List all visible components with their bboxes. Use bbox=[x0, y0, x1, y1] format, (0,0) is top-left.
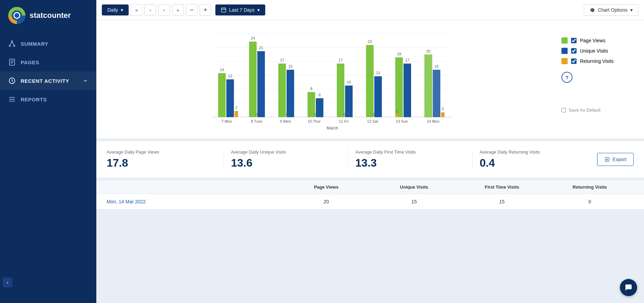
calendar-icon bbox=[221, 7, 226, 13]
nav-next-button[interactable]: › bbox=[158, 4, 170, 16]
sidebar: statcounter SUMMARY PAGES RECENT ACTIVIT… bbox=[0, 0, 96, 303]
legend-color-returning-visits bbox=[561, 58, 568, 64]
svg-line-7 bbox=[12, 42, 14, 45]
bar-rv-0 bbox=[235, 111, 238, 117]
main-content: Daily ▾ « ‹ › » − + Last 7 Days bbox=[96, 0, 644, 303]
svg-text:17: 17 bbox=[339, 58, 343, 62]
legend-checkbox-returning-visits[interactable] bbox=[571, 58, 577, 64]
sidebar-collapse-button[interactable]: ‹ bbox=[3, 278, 12, 287]
table-header-page-views: Page Views bbox=[282, 184, 370, 190]
bar-uv-3 bbox=[316, 98, 323, 117]
nav-last-button[interactable]: » bbox=[172, 4, 184, 16]
svg-text:11 Fri: 11 Fri bbox=[339, 119, 348, 123]
stat-unique-visits: Average Daily Unique Visits 13.6 bbox=[224, 149, 348, 169]
zoom-in-button[interactable]: + bbox=[200, 4, 211, 16]
svg-text:0: 0 bbox=[442, 107, 444, 111]
svg-text:0: 0 bbox=[286, 112, 288, 116]
chat-bubble-button[interactable] bbox=[620, 279, 637, 296]
bar-uv-7 bbox=[433, 70, 440, 117]
chart-svg-wrapper: 14 12 2 7 Mon 24 21 0 8 Tues bbox=[103, 27, 555, 135]
svg-text:0: 0 bbox=[256, 112, 258, 116]
bar-pv-1 bbox=[249, 42, 257, 117]
save-default-checkbox[interactable] bbox=[561, 108, 566, 112]
sidebar-navigation: SUMMARY PAGES RECENT ACTIVITY REPORTS bbox=[0, 34, 96, 109]
date-range-button[interactable]: Last 7 Days ▾ bbox=[215, 4, 265, 15]
legend-label-page-views: Page Views bbox=[580, 38, 605, 43]
svg-line-6 bbox=[10, 42, 12, 45]
stat-page-views: Average Daily Page Views 17.8 bbox=[107, 149, 224, 169]
stat-unique-visits-value: 13.6 bbox=[231, 157, 341, 169]
table-cell-unique-visits: 15 bbox=[370, 199, 458, 204]
nav-first-button[interactable]: « bbox=[131, 4, 142, 16]
svg-text:10: 10 bbox=[347, 80, 351, 84]
legend-item-returning-visits: Returning Visits bbox=[561, 58, 637, 64]
period-label: Daily bbox=[107, 7, 118, 13]
svg-text:0: 0 bbox=[343, 112, 345, 116]
svg-text:0: 0 bbox=[373, 112, 375, 116]
svg-text:0: 0 bbox=[314, 112, 316, 116]
sidebar-item-label-reports: REPORTS bbox=[21, 97, 47, 102]
svg-text:12 Sat: 12 Sat bbox=[367, 119, 378, 123]
svg-text:15: 15 bbox=[288, 64, 292, 68]
list-icon bbox=[8, 96, 16, 103]
sidebar-item-label-pages: PAGES bbox=[21, 59, 39, 65]
logo-text: statcounter bbox=[30, 11, 71, 20]
nav-prev-button[interactable]: ‹ bbox=[144, 4, 156, 16]
svg-text:17: 17 bbox=[280, 58, 284, 62]
table-cell-returning: 0 bbox=[546, 199, 634, 204]
chart-toolbar: Daily ▾ « ‹ › » − + Last 7 Days bbox=[96, 0, 644, 20]
svg-text:March: March bbox=[326, 126, 338, 131]
bar-pv-0 bbox=[218, 73, 226, 117]
nodes-icon bbox=[8, 40, 16, 47]
chart-area: 14 12 2 7 Mon 24 21 0 8 Tues bbox=[103, 27, 555, 135]
help-icon[interactable]: ? bbox=[561, 72, 572, 83]
bar-uv-2 bbox=[287, 70, 294, 117]
save-default-area: Save As Default bbox=[561, 108, 637, 120]
stat-first-time-visits: Average Daily First Time Visits 13.3 bbox=[348, 149, 473, 169]
save-default-label: Save As Default bbox=[569, 108, 601, 113]
period-selector[interactable]: Daily ▾ bbox=[102, 4, 129, 15]
svg-point-4 bbox=[9, 45, 11, 47]
svg-point-5 bbox=[14, 45, 15, 47]
zoom-out-button[interactable]: − bbox=[186, 4, 197, 16]
bar-chart-svg: 14 12 2 7 Mon 24 21 0 8 Tues bbox=[103, 27, 555, 134]
svg-text:7 Mon: 7 Mon bbox=[222, 119, 232, 123]
chart-options-label: Chart Options bbox=[598, 7, 627, 13]
export-button[interactable]: Export bbox=[597, 153, 634, 166]
stat-returning-value: 0.4 bbox=[480, 157, 590, 169]
stat-returning-visits: Average Daily Returning Visits 0.4 bbox=[473, 149, 597, 169]
sidebar-item-reports[interactable]: REPORTS bbox=[0, 90, 96, 109]
svg-text:8: 8 bbox=[310, 87, 312, 91]
table-header-first-time: First Time Visits bbox=[458, 184, 546, 190]
bar-pv-2 bbox=[278, 64, 286, 117]
stat-first-time-label: Average Daily First Time Visits bbox=[355, 149, 465, 155]
svg-text:13: 13 bbox=[376, 71, 380, 75]
main-panel: Daily ▾ « ‹ › » − + Last 7 Days bbox=[96, 0, 644, 210]
stat-page-views-value: 17.8 bbox=[107, 157, 217, 169]
svg-text:13 Sun: 13 Sun bbox=[396, 119, 408, 123]
sidebar-item-recent-activity[interactable]: RECENT ACTIVITY bbox=[0, 71, 96, 90]
table-header-unique-visits: Unique Visits bbox=[370, 184, 458, 190]
svg-text:6: 6 bbox=[319, 93, 321, 97]
table-header-returning: Returning Visits bbox=[546, 184, 634, 190]
svg-point-2 bbox=[14, 13, 19, 18]
bar-rv-7 bbox=[441, 112, 444, 117]
legend-checkbox-page-views[interactable] bbox=[571, 38, 577, 43]
chart-container: Daily ▾ « ‹ › » − + Last 7 Days bbox=[96, 0, 644, 138]
stat-returning-label: Average Daily Returning Visits bbox=[480, 149, 590, 155]
legend-item-page-views: Page Views bbox=[561, 37, 637, 44]
legend-color-page-views bbox=[561, 37, 568, 44]
table-row: Mon, 14 Mar 2022 20 15 15 0 bbox=[96, 194, 644, 210]
stats-bar: Average Daily Page Views 17.8 Average Da… bbox=[96, 141, 644, 178]
legend-checkbox-unique-visits[interactable] bbox=[571, 48, 577, 54]
legend-label-unique-visits: Unique Visits bbox=[580, 48, 608, 54]
bar-rv-6 bbox=[395, 114, 399, 117]
sidebar-item-summary[interactable]: SUMMARY bbox=[0, 34, 96, 53]
sidebar-item-pages[interactable]: PAGES bbox=[0, 53, 96, 71]
svg-text:9 Wed: 9 Wed bbox=[280, 119, 291, 123]
table-cell-first-time: 15 bbox=[458, 199, 546, 204]
svg-text:1: 1 bbox=[396, 109, 398, 113]
svg-rect-16 bbox=[222, 8, 226, 12]
svg-text:14: 14 bbox=[220, 68, 224, 72]
chart-options-button[interactable]: Chart Options ▾ bbox=[584, 4, 638, 16]
